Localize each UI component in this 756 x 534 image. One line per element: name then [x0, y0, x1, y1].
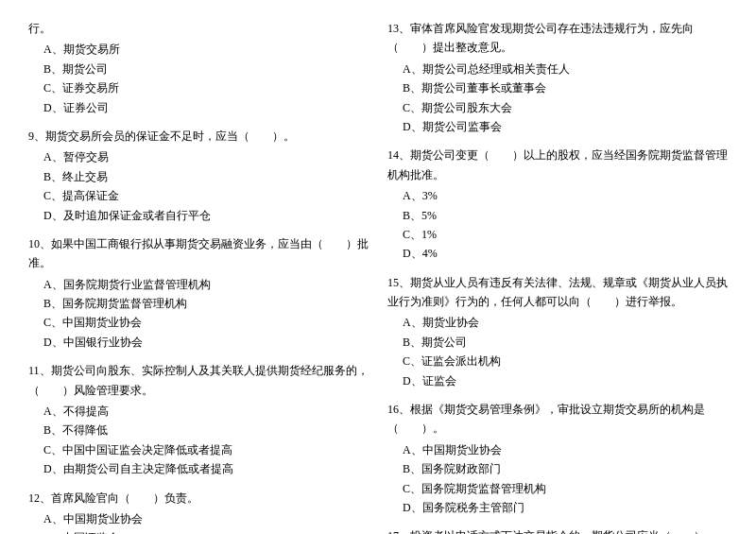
question-14: 14、期货公司变更（ ）以上的股权，应当经国务院期货监督管理机构批准。 A、3%…: [387, 146, 728, 263]
question-9-text: 9、期货交易所会员的保证金不足时，应当（ ）。: [28, 127, 369, 146]
option-b: B、期货公司: [28, 60, 369, 78]
question-12-text: 12、首席风险官向（ ）负责。: [28, 489, 369, 508]
question-15-text: 15、期货从业人员有违反有关法律、法规、规章或《期货从业人员执业行为准则》行为的…: [387, 273, 728, 312]
q13-option-a: A、期货公司总经理或相关责任人: [387, 60, 728, 78]
question-continuation: 行。 A、期货交易所 B、期货公司 C、证券交易所 D、证券公司: [28, 19, 369, 117]
q13-option-d: D、期货公司监事会: [387, 117, 728, 136]
q10-option-b: B、国务院期货监督管理机构: [28, 294, 369, 313]
q15-option-d: D、证监会: [387, 371, 728, 390]
q12-option-a: A、中国期货业协会: [28, 509, 369, 528]
q14-option-a: A、3%: [387, 186, 728, 205]
question-12: 12、首席风险官向（ ）负责。 A、中国期货业协会 B、中国证监会 C、期货交易…: [28, 489, 369, 534]
question-10: 10、如果中国工商银行拟从事期货交易融资业务，应当由（ ）批准。 A、国务院期货…: [28, 234, 369, 352]
option-d: D、证券公司: [28, 98, 369, 117]
q10-option-a: A、国务院期货行业监督管理机构: [28, 275, 369, 294]
q15-option-a: A、期货业协会: [387, 313, 728, 332]
question-14-text: 14、期货公司变更（ ）以上的股权，应当经国务院期货监督管理机构批准。: [387, 146, 728, 184]
q14-option-b: B、5%: [387, 206, 728, 225]
question-13: 13、审体首席风险官发现期货公司存在违法违规行为，应先向（ ）提出整改意见。 A…: [387, 19, 728, 136]
q15-option-c: C、证监会派出机构: [387, 352, 728, 370]
question-13-text: 13、审体首席风险官发现期货公司存在违法违规行为，应先向（ ）提出整改意见。: [387, 19, 728, 58]
q10-option-c: C、中国期货业协会: [28, 313, 369, 332]
q11-option-c: C、中国中国证监会决定降低或者提高: [28, 440, 369, 459]
q9-option-d: D、及时追加保证金或者自行平仓: [28, 206, 369, 225]
q13-option-b: B、期货公司董事长或董事会: [387, 78, 728, 97]
question-11: 11、期货公司向股东、实际控制人及其关联人提供期货经纪服务的，（ ）风险管理要求…: [28, 361, 369, 478]
q16-option-b: B、国务院财政部门: [387, 459, 728, 478]
q12-option-b: B、中国证监会: [28, 528, 369, 534]
q11-option-a: A、不得提高: [28, 402, 369, 421]
question-10-text: 10、如果中国工商银行拟从事期货交易融资业务，应当由（ ）批准。: [28, 234, 369, 273]
question-16: 16、根据《期货交易管理条例》，审批设立期货交易所的机构是（ ）。 A、中国期货…: [387, 400, 728, 517]
option-a: A、期货交易所: [28, 40, 369, 59]
q14-option-d: D、4%: [387, 244, 728, 263]
question-15: 15、期货从业人员有违反有关法律、法规、规章或《期货从业人员执业行为准则》行为的…: [387, 273, 728, 390]
question-11-text: 11、期货公司向股东、实际控制人及其关联人提供期货经纪服务的，（ ）风险管理要求…: [28, 361, 369, 400]
q15-option-b: B、期货公司: [387, 333, 728, 352]
q14-option-c: C、1%: [387, 225, 728, 244]
q16-option-c: C、国务院期货监督管理机构: [387, 479, 728, 498]
continuation-text: 行。: [28, 19, 369, 38]
question-17: 17、投资者以电话方式下达交易指令的，期货公司应当（ ）。 A、以适当的方式保存…: [387, 526, 728, 534]
option-c: C、证券交易所: [28, 78, 369, 97]
q9-option-c: C、提高保证金: [28, 186, 369, 205]
question-9: 9、期货交易所会员的保证金不足时，应当（ ）。 A、暂停交易 B、终止交易 C、…: [28, 127, 369, 225]
right-column: 13、审体首席风险官发现期货公司存在违法违规行为，应先向（ ）提出整改意见。 A…: [387, 19, 728, 534]
q16-option-a: A、中国期货业协会: [387, 440, 728, 459]
q13-option-c: C、期货公司股东大会: [387, 98, 728, 117]
q9-option-b: B、终止交易: [28, 167, 369, 186]
q10-option-d: D、中国银行业协会: [28, 333, 369, 352]
question-16-text: 16、根据《期货交易管理条例》，审批设立期货交易所的机构是（ ）。: [387, 400, 728, 439]
left-column: 行。 A、期货交易所 B、期货公司 C、证券交易所 D、证券公司 9、期货交易所…: [28, 19, 369, 534]
q11-option-d: D、由期货公司自主决定降低或者提高: [28, 459, 369, 478]
q9-option-a: A、暂停交易: [28, 147, 369, 166]
q11-option-b: B、不得降低: [28, 421, 369, 439]
q16-option-d: D、国务院税务主管部门: [387, 498, 728, 517]
question-17-text: 17、投资者以电话方式下达交易指令的，期货公司应当（ ）。: [387, 526, 728, 534]
